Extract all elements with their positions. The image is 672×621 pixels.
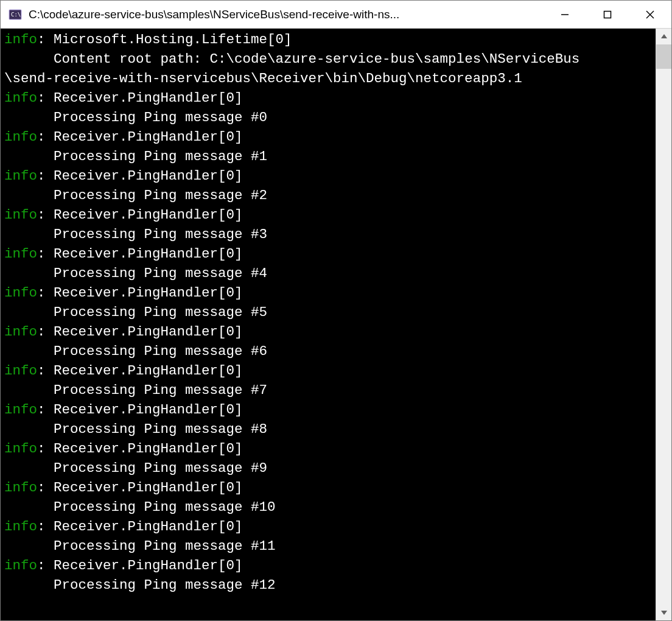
console-line: info: Receiver.PingHandler[0] bbox=[4, 361, 652, 381]
console-line: info: Microsoft.Hosting.Lifetime[0] bbox=[4, 30, 652, 49]
vertical-scrollbar[interactable] bbox=[656, 29, 671, 620]
console-line: info: Receiver.PingHandler[0] bbox=[4, 439, 652, 458]
console-window: C:\ C:\code\azure-service-bus\samples\NS… bbox=[0, 0, 672, 621]
maximize-button[interactable] bbox=[586, 1, 629, 28]
console-line: \send-receive-with-nservicebus\Receiver\… bbox=[4, 69, 652, 88]
console-line: info: Receiver.PingHandler[0] bbox=[4, 88, 652, 108]
svg-marker-6 bbox=[661, 34, 667, 38]
console-line: Processing Ping message #1 bbox=[4, 147, 652, 166]
console-line: Processing Ping message #0 bbox=[4, 108, 652, 127]
console-line: Processing Ping message #8 bbox=[4, 419, 652, 439]
console-line: Processing Ping message #5 bbox=[4, 303, 652, 322]
console-line: Processing Ping message #6 bbox=[4, 342, 652, 361]
console-line: Processing Ping message #10 bbox=[4, 497, 652, 517]
console-line: Processing Ping message #9 bbox=[4, 458, 652, 478]
console-line: info: Receiver.PingHandler[0] bbox=[4, 556, 652, 575]
console-line: info: Receiver.PingHandler[0] bbox=[4, 283, 652, 303]
console-line: info: Receiver.PingHandler[0] bbox=[4, 478, 652, 497]
close-button[interactable] bbox=[629, 1, 671, 28]
console-line: info: Receiver.PingHandler[0] bbox=[4, 244, 652, 264]
minimize-button[interactable] bbox=[544, 1, 586, 28]
console-line: info: Receiver.PingHandler[0] bbox=[4, 166, 652, 186]
console-line: info: Receiver.PingHandler[0] bbox=[4, 205, 652, 225]
scroll-up-button[interactable] bbox=[656, 29, 671, 44]
console-line: Processing Ping message #3 bbox=[4, 225, 652, 244]
scrollbar-thumb[interactable] bbox=[656, 44, 671, 69]
scroll-down-button[interactable] bbox=[656, 605, 671, 620]
svg-marker-7 bbox=[661, 611, 667, 615]
console-line: Processing Ping message #4 bbox=[4, 264, 652, 283]
client-area: info: Microsoft.Hosting.Lifetime[0] Cont… bbox=[1, 29, 671, 620]
console-line: info: Receiver.PingHandler[0] bbox=[4, 127, 652, 147]
console-line: info: Receiver.PingHandler[0] bbox=[4, 400, 652, 419]
console-line: Processing Ping message #2 bbox=[4, 186, 652, 205]
console-line: Processing Ping message #12 bbox=[4, 575, 652, 595]
titlebar[interactable]: C:\ C:\code\azure-service-bus\samples\NS… bbox=[1, 1, 671, 29]
svg-text:C:\: C:\ bbox=[11, 12, 21, 18]
console-line: Content root path: C:\code\azure-service… bbox=[4, 49, 652, 69]
window-title: C:\code\azure-service-bus\samples\NServi… bbox=[29, 8, 544, 21]
app-icon: C:\ bbox=[7, 6, 24, 23]
console-line: Processing Ping message #11 bbox=[4, 536, 652, 556]
console-line: Processing Ping message #7 bbox=[4, 381, 652, 400]
window-controls bbox=[544, 1, 671, 28]
console-line: info: Receiver.PingHandler[0] bbox=[4, 322, 652, 342]
scrollbar-track[interactable] bbox=[656, 44, 671, 605]
svg-rect-3 bbox=[604, 11, 611, 18]
console-output[interactable]: info: Microsoft.Hosting.Lifetime[0] Cont… bbox=[1, 29, 656, 620]
console-line: info: Receiver.PingHandler[0] bbox=[4, 517, 652, 536]
